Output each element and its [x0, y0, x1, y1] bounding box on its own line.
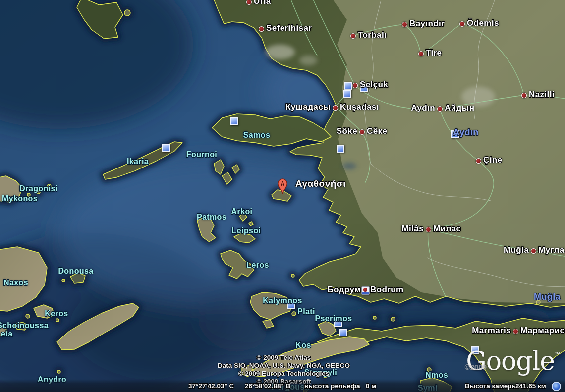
city-placemark-aydin[interactable] [437, 106, 443, 112]
photo-placemark-icon[interactable] [360, 84, 368, 92]
google-earth-viewport: UrlaSeferihisarTorbalıBayındırÖdemisTire… [0, 0, 565, 392]
attribution-line: © 2009 Tele Atlas [198, 354, 369, 362]
city-placemark-bodrum[interactable] [361, 286, 370, 295]
camera-altitude-label: Высота камеры [465, 382, 517, 390]
google-watermark: ©2009 Google™ [466, 346, 560, 376]
photo-placemark-icon[interactable] [339, 329, 347, 336]
photo-placemark-icon[interactable] [162, 144, 170, 152]
city-placemark-nazilli[interactable] [521, 93, 527, 98]
photo-placemark-icon[interactable] [344, 82, 352, 90]
city-placemark-urla[interactable] [246, 0, 252, 5]
city-placemark-marmaris[interactable] [513, 329, 518, 334]
city-placemark-cine[interactable] [476, 158, 481, 164]
city-placemark-kusadasi[interactable] [333, 105, 338, 111]
city-placemark-mugla[interactable] [531, 248, 536, 254]
trademark-symbol: ™ [555, 351, 560, 357]
google-logo: Google [466, 346, 555, 376]
streaming-indicator-icon [552, 382, 561, 391]
terrain-elevation-label: высота рельефа [304, 382, 360, 390]
attribution-line: © 2009 Europa Technologies [198, 370, 369, 378]
longitude-readout: 26°58'02.88" В [245, 382, 290, 390]
city-placemark-selcuk[interactable] [352, 83, 358, 88]
attribution-line: Data SIO, NOAA, U.S. Navy, NGA, GEBCO [198, 362, 369, 370]
photo-placemark-icon[interactable] [451, 130, 459, 138]
city-placemark-soke[interactable] [359, 129, 365, 135]
city-placemark-bayindir[interactable] [402, 22, 407, 27]
photo-placemark-icon[interactable] [337, 145, 344, 153]
photo-placemark-icon[interactable] [287, 301, 295, 309]
photo-placemark-icon[interactable] [343, 90, 351, 98]
google-copyright-year: ©2009 [465, 363, 487, 371]
terrain-elevation-value: 0 м [366, 382, 376, 390]
search-result-label[interactable]: Αγαθονήσι [295, 178, 346, 189]
photo-placemark-icon[interactable] [230, 117, 238, 125]
status-bar: 37°27'42.03" С 26°58'02.88" В высота рел… [0, 379, 565, 392]
city-placemark-milas[interactable] [426, 227, 431, 232]
latitude-readout: 37°27'42.03" С [188, 382, 234, 390]
city-placemark-seferihisar[interactable] [259, 26, 264, 32]
camera-altitude-value: 241.65 км [515, 382, 546, 390]
city-placemark-odemis[interactable] [459, 21, 465, 27]
pin-letter: A [281, 180, 285, 187]
photo-placemark-icon[interactable] [334, 319, 342, 327]
city-placemark-torbali[interactable] [350, 33, 356, 39]
search-result-pin[interactable]: A [277, 178, 288, 196]
city-placemark-tire[interactable] [418, 51, 424, 56]
